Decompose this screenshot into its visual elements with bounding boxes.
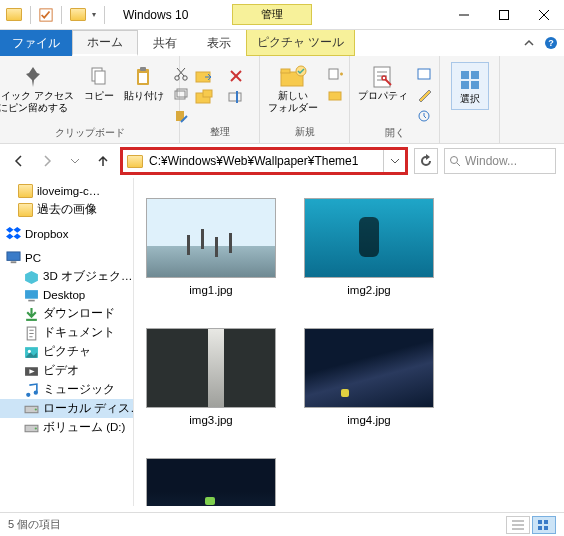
tab-view[interactable]: 表示: [192, 30, 246, 56]
file-tab[interactable]: ファイル: [0, 30, 72, 56]
tree-item-volume[interactable]: ボリューム (D:): [0, 418, 133, 437]
tree-item-pictures[interactable]: ピクチャ: [0, 342, 133, 361]
paste-button[interactable]: 貼り付け: [120, 62, 168, 104]
open-button[interactable]: [414, 64, 436, 84]
content-pane[interactable]: img1.jpg img2.jpg img3.jpg img4.jpg img1…: [134, 178, 564, 506]
file-label: img1.jpg: [189, 284, 232, 296]
disk-icon: [24, 421, 39, 435]
tree-item-desktop[interactable]: Desktop: [0, 286, 133, 304]
tree-item-3d-objects[interactable]: 3D オブジェク…: [0, 267, 133, 286]
copy-button[interactable]: コピー: [80, 62, 118, 104]
tab-home[interactable]: ホーム: [72, 30, 138, 56]
divider: [104, 6, 105, 24]
work-area: iloveimg-c… 過去の画像 Dropbox PC 3D オブジェク… D…: [0, 178, 564, 506]
group-label-open: 開く: [385, 126, 405, 142]
svg-rect-30: [329, 92, 341, 100]
thumbnails-view-button[interactable]: [532, 516, 556, 534]
svg-rect-8: [95, 71, 105, 84]
tree-item-local-disk[interactable]: ローカル ディス…: [0, 399, 133, 418]
properties-button[interactable]: プロパティ: [354, 62, 412, 104]
contextual-tab-manage[interactable]: 管理: [232, 4, 312, 25]
svg-rect-10: [140, 67, 146, 71]
tree-item-past-images[interactable]: 過去の画像: [0, 200, 133, 219]
rename-button[interactable]: [225, 87, 247, 107]
file-item[interactable]: img3.jpg: [146, 328, 276, 426]
tree-item-videos[interactable]: ビデオ: [0, 361, 133, 380]
svg-rect-57: [544, 520, 548, 524]
divider: [61, 6, 62, 24]
maximize-button[interactable]: [484, 0, 524, 30]
delete-button[interactable]: [225, 66, 247, 86]
group-label-new: 新規: [295, 125, 315, 141]
status-bar: 5 個の項目: [0, 512, 564, 536]
svg-rect-35: [461, 71, 469, 79]
qat-dropdown-icon[interactable]: ▾: [92, 10, 96, 19]
qat-check-icon[interactable]: [39, 8, 53, 22]
svg-point-12: [175, 76, 179, 80]
pin-to-quick-access-button[interactable]: クイック アクセス にピン留めする: [0, 62, 78, 116]
file-item[interactable]: img2.jpg: [304, 198, 434, 296]
address-input[interactable]: [147, 154, 383, 168]
copy-to-button[interactable]: [193, 87, 215, 107]
file-item[interactable]: img1.jpg: [146, 198, 276, 296]
recent-dropdown[interactable]: [64, 150, 86, 172]
tree-item-dropbox[interactable]: Dropbox: [0, 225, 133, 243]
close-button[interactable]: [524, 0, 564, 30]
tree-item-pc[interactable]: PC: [0, 249, 133, 267]
qat-folder-icon[interactable]: [70, 8, 86, 21]
help-icon[interactable]: ?: [544, 36, 558, 50]
paste-icon: [130, 64, 158, 90]
back-button[interactable]: [8, 150, 30, 172]
dropbox-icon: [6, 227, 21, 241]
group-label-organize: 整理: [210, 125, 230, 141]
details-view-button[interactable]: [506, 516, 530, 534]
svg-rect-38: [471, 81, 479, 89]
svg-text:?: ?: [548, 38, 554, 48]
history-button[interactable]: [414, 106, 436, 126]
divider: [30, 6, 31, 24]
tab-picture-tools[interactable]: ピクチャ ツール: [246, 30, 355, 56]
item-count: 5 個の項目: [8, 517, 61, 532]
thumbnail-icon: [146, 198, 276, 278]
svg-rect-42: [11, 261, 17, 263]
new-folder-icon: [279, 64, 307, 90]
svg-line-40: [457, 163, 460, 166]
disk-icon: [24, 402, 39, 416]
search-box[interactable]: Window...: [444, 148, 556, 174]
forward-button[interactable]: [36, 150, 58, 172]
easy-access-button[interactable]: [324, 85, 346, 105]
group-label-clipboard: クリップボード: [55, 126, 125, 142]
file-item[interactable]: img13.jpg: [146, 458, 276, 506]
address-dropdown[interactable]: [383, 150, 405, 172]
desktop-icon: [24, 288, 39, 302]
thumbnail-icon: [304, 198, 434, 278]
new-folder-button[interactable]: 新しい フォルダー: [264, 62, 322, 116]
refresh-button[interactable]: [414, 148, 438, 174]
collapse-ribbon-icon[interactable]: [522, 36, 536, 50]
address-bar[interactable]: [120, 147, 408, 175]
music-icon: [24, 383, 39, 397]
svg-point-55: [35, 427, 37, 429]
pc-icon: [6, 251, 21, 265]
svg-point-39: [451, 157, 458, 164]
svg-rect-21: [203, 90, 212, 97]
minimize-button[interactable]: [444, 0, 484, 30]
copy-icon: [85, 64, 113, 90]
tree-item-iloveimg[interactable]: iloveimg-c…: [0, 182, 133, 200]
select-button[interactable]: 選択: [451, 62, 489, 110]
new-item-button[interactable]: [324, 64, 346, 84]
svg-rect-27: [281, 69, 290, 73]
tree-item-music[interactable]: ミュージック: [0, 380, 133, 399]
tree-item-documents[interactable]: ドキュメント: [0, 323, 133, 342]
file-label: img4.jpg: [347, 414, 390, 426]
svg-rect-29: [329, 69, 338, 79]
tab-share[interactable]: 共有: [138, 30, 192, 56]
file-item[interactable]: img4.jpg: [304, 328, 434, 426]
tree-item-downloads[interactable]: ダウンロード: [0, 304, 133, 323]
up-button[interactable]: [92, 150, 114, 172]
edit-button[interactable]: [414, 85, 436, 105]
move-to-button[interactable]: [193, 66, 215, 86]
navigation-pane[interactable]: iloveimg-c… 過去の画像 Dropbox PC 3D オブジェク… D…: [0, 178, 134, 506]
window-title: Windows 10: [115, 8, 196, 22]
svg-rect-2: [500, 10, 509, 19]
